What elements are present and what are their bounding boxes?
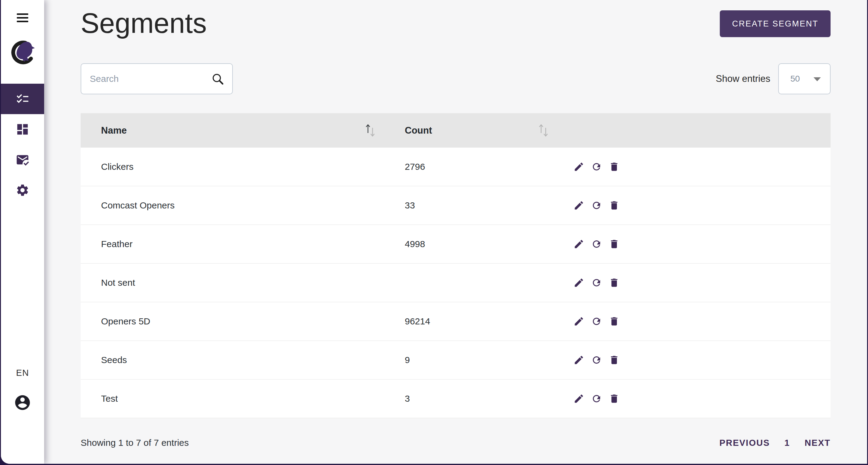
segment-actions-cell (568, 225, 625, 264)
column-header-count[interactable]: Count (405, 113, 568, 148)
user-avatar[interactable] (14, 394, 31, 411)
filler-cell (625, 341, 831, 379)
segment-name-cell: Openers 5D (81, 302, 405, 341)
edit-icon[interactable] (574, 239, 584, 250)
segment-name-cell: Seeds (81, 341, 405, 379)
chevron-down-icon (813, 77, 821, 81)
delete-icon[interactable] (609, 277, 620, 288)
table-row: Test3 (81, 379, 831, 418)
column-header-name[interactable]: Name (81, 113, 405, 148)
refresh-icon[interactable] (591, 239, 602, 250)
mail-check-icon (16, 153, 30, 167)
filler-cell (625, 302, 831, 341)
filler-cell (625, 264, 831, 302)
segment-actions-cell (568, 264, 625, 302)
delete-icon[interactable] (609, 161, 620, 172)
table-row: Seeds9 (81, 341, 831, 379)
segment-name-cell: Clickers (81, 148, 405, 186)
table-row: Openers 5D96214 (81, 302, 831, 341)
filler-cell (625, 186, 831, 225)
segment-count-cell: 96214 (405, 302, 568, 341)
segment-name-cell: Test (81, 379, 405, 418)
previous-page-button[interactable]: PREVIOUS (719, 438, 770, 448)
table-body: Clickers2796Comcast Openers33Feather4998… (81, 148, 831, 418)
search-icon[interactable] (211, 72, 224, 86)
next-page-button[interactable]: NEXT (805, 438, 831, 448)
table-row: Not sent (81, 264, 831, 302)
segment-count-cell: 33 (405, 186, 568, 225)
table-footer: Showing 1 to 7 of 7 entries PREVIOUS 1 N… (81, 438, 831, 448)
segment-name-cell: Feather (81, 225, 405, 264)
language-switch[interactable]: EN (16, 368, 29, 378)
topbar: Segments CREATE SEGMENT (81, 7, 831, 39)
sort-icon-name[interactable] (365, 123, 377, 138)
segment-actions-cell (568, 302, 625, 341)
toolbar: Show entries 50 (81, 63, 831, 94)
search-box (81, 63, 233, 94)
segment-count-cell: 9 (405, 341, 568, 379)
segment-name-cell: Comcast Openers (81, 186, 405, 225)
filler-cell (625, 225, 831, 264)
segment-count-cell: 4998 (405, 225, 568, 264)
segment-count-cell: 2796 (405, 148, 568, 186)
refresh-icon[interactable] (591, 277, 602, 288)
segment-actions-cell (568, 379, 625, 418)
sidebar-item-campaigns[interactable] (1, 145, 44, 175)
main-content: Segments CREATE SEGMENT Show entries 50 (44, 0, 867, 464)
delete-icon[interactable] (609, 354, 620, 366)
entries-select[interactable]: 50 (778, 63, 831, 94)
account-circle-icon (14, 394, 31, 411)
entries-select-value: 50 (790, 74, 800, 84)
refresh-icon[interactable] (591, 393, 602, 404)
filler-cell (625, 379, 831, 418)
dashboard-icon (16, 122, 30, 136)
page-number[interactable]: 1 (785, 438, 790, 448)
sidebar-bottom: EN (14, 368, 31, 464)
edit-icon[interactable] (574, 161, 584, 172)
sidebar-item-settings[interactable] (1, 175, 44, 206)
table-header-row: Name Count (81, 113, 831, 148)
edit-icon[interactable] (574, 316, 584, 327)
app-window: EN Segments CREATE SEGMENT Show en (1, 0, 867, 464)
refresh-icon[interactable] (591, 316, 602, 327)
refresh-icon[interactable] (591, 200, 602, 211)
sidebar-item-segments[interactable] (1, 84, 44, 114)
checklist-icon (16, 92, 30, 106)
refresh-icon[interactable] (591, 161, 602, 172)
segment-actions-cell (568, 148, 625, 186)
table-row: Clickers2796 (81, 148, 831, 186)
sidebar: EN (1, 0, 44, 464)
sidebar-nav (1, 84, 44, 206)
entries-summary: Showing 1 to 7 of 7 entries (81, 438, 189, 448)
gear-icon (16, 183, 30, 197)
segment-actions-cell (568, 186, 625, 225)
delete-icon[interactable] (609, 200, 620, 211)
show-entries-label: Show entries (716, 73, 770, 84)
show-entries: Show entries 50 (716, 63, 831, 94)
pagination: PREVIOUS 1 NEXT (719, 438, 831, 448)
delete-icon[interactable] (609, 239, 620, 250)
edit-icon[interactable] (574, 200, 584, 211)
edit-icon[interactable] (574, 277, 584, 288)
segment-count-cell (405, 264, 568, 302)
column-header-filler (625, 113, 831, 148)
create-segment-button[interactable]: CREATE SEGMENT (720, 10, 831, 37)
table-row: Comcast Openers33 (81, 186, 831, 225)
page-title: Segments (81, 7, 207, 39)
delete-icon[interactable] (609, 316, 620, 327)
raven-logo (8, 40, 37, 67)
filler-cell (625, 148, 831, 186)
column-header-actions (568, 113, 625, 148)
sidebar-item-dashboard[interactable] (1, 114, 44, 145)
segment-actions-cell (568, 341, 625, 379)
table-row: Feather4998 (81, 225, 831, 264)
segment-count-cell: 3 (405, 379, 568, 418)
edit-icon[interactable] (574, 393, 584, 404)
refresh-icon[interactable] (591, 354, 602, 366)
segments-table: Name Count (81, 113, 831, 418)
search-input[interactable] (89, 73, 211, 84)
sort-icon-count[interactable] (538, 123, 550, 138)
menu-icon[interactable] (17, 13, 28, 22)
edit-icon[interactable] (574, 354, 584, 366)
delete-icon[interactable] (609, 393, 620, 404)
